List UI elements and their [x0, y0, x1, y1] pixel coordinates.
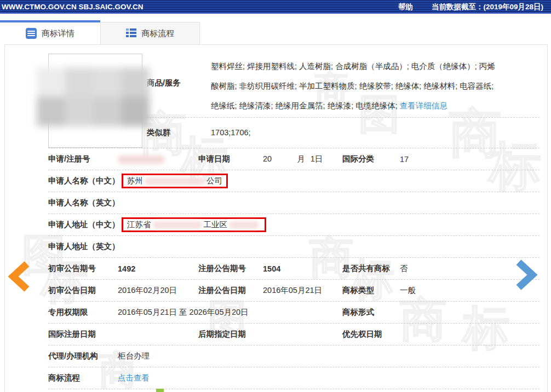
goods-services-row: 商品/服务 塑料焊丝; 焊接用塑料线; 人造树脂; 合成树脂（半成品）; 电介质…: [147, 54, 539, 117]
registration-number-value: [118, 154, 198, 164]
field-label: 申请/注册号: [48, 154, 118, 164]
blob-cell: [93, 97, 122, 126]
highlight-red-box: 江苏省工业区: [122, 217, 266, 232]
blob-cell: [65, 67, 94, 97]
apply-date-value: 20月1日: [263, 154, 342, 164]
field-row-applicant-addr-en: 申请人地址（英文）: [48, 236, 539, 258]
click-to-view-link[interactable]: 点击查看: [118, 373, 150, 382]
field-label: 是否共有商标: [342, 263, 400, 274]
field-label: 初审公告日期: [48, 285, 118, 296]
blob-cell: [122, 67, 150, 97]
blob-cell: [93, 67, 122, 97]
field-label: 国际注册日期: [48, 329, 118, 339]
cropped-artifact: [156, 389, 164, 392]
tab-trademark-details[interactable]: 商标详情: [0, 20, 100, 44]
goods-services-value: 塑料焊丝; 焊接用塑料线; 人造树脂; 合成树脂（半成品）; 电介质（绝缘体）;…: [211, 62, 495, 110]
agency-value: 柜台办理: [118, 351, 539, 361]
data-cutoff: 当前数据截至：(2019年09月28日): [432, 2, 543, 12]
field-row-applicant-name-cn: 申请人名称（中文） 苏州公司: [48, 170, 539, 192]
chevron-right-icon: [516, 260, 538, 290]
blob-cell: [37, 67, 65, 97]
blob-cell: [65, 97, 94, 126]
similar-group-value: 1703;1706;: [211, 128, 251, 137]
similar-group-row: 类似群 1703;1706;: [147, 117, 539, 147]
field-label: 代理/办理机构: [48, 351, 118, 361]
first-notice-no-value: 1492: [118, 264, 198, 273]
tab-label: 商标详情: [42, 28, 74, 39]
next-page-arrow[interactable]: [516, 260, 538, 292]
tab-trademark-process[interactable]: 商标流程: [100, 22, 200, 44]
help-link[interactable]: 帮助: [398, 2, 413, 12]
redacted-value: [153, 221, 202, 229]
field-row-intl-dates: 国际注册日期 后期指定日期 优先权日期: [48, 324, 539, 345]
exclusive-period-value: 2016年05月21日 至 2026年05月20日: [118, 307, 342, 318]
site-title: WWW.CTMO.GOV.CN SBJ.SAIC.GOV.CN: [2, 3, 144, 11]
field-label: 初审公告期号: [48, 263, 118, 274]
redacted-value: [229, 221, 259, 229]
field-label: 后期指定日期: [198, 329, 263, 339]
field-label: 申请人名称（英文）: [48, 198, 118, 208]
field-row-mark-process: 商标流程 点击查看: [48, 367, 539, 389]
field-row-notice-numbers: 初审公告期号 1492 注册公告期号 1504 是否共有商标 否: [48, 258, 539, 280]
field-row-exclusive-period: 专用权期限 2016年05月21日 至 2026年05月20日 商标形式: [48, 302, 539, 324]
intl-class-value: 17: [400, 155, 539, 164]
top-section: 商品/服务 塑料焊丝; 焊接用塑料线; 人造树脂; 合成树脂（半成品）; 电介质…: [5, 45, 547, 148]
field-label: 注册公告期号: [198, 263, 263, 274]
field-label: 类似群: [147, 128, 211, 138]
field-label: 专用权期限: [48, 307, 118, 318]
first-notice-date-value: 2016年02月20日: [118, 285, 198, 296]
trademark-image: [48, 54, 142, 148]
top-header-bar: WWW.CTMO.GOV.CN SBJ.SAIC.GOV.CN 帮助 当前数据截…: [0, 0, 551, 14]
goods-services-text: 塑料焊丝; 焊接用塑料线; 人造树脂; 合成树脂（半成品）; 电介质（绝缘体）;…: [211, 54, 498, 117]
field-label: 申请人地址（中文）: [48, 220, 118, 230]
highlight-red-box: 苏州公司: [122, 174, 228, 188]
redacted-value: [145, 177, 205, 185]
field-label: 商标类型: [342, 285, 400, 296]
field-label: 申请人地址（英文）: [48, 241, 118, 252]
prev-page-arrow[interactable]: [8, 261, 30, 293]
field-row-applicant-addr-cn: 申请人地址（中文） 江苏省工业区: [48, 214, 539, 236]
field-label: 注册公告日期: [198, 285, 263, 296]
tab-bar: 商标详情 商标流程: [0, 20, 551, 44]
field-row-notice-dates: 初审公告日期 2016年02月20日 注册公告日期 2016年05月21日 商标…: [48, 280, 539, 302]
applicant-addr-cn-value: 江苏省工业区: [118, 217, 539, 232]
field-label: 商品/服务: [147, 54, 211, 117]
goods-services-section: 商品/服务 塑料焊丝; 焊接用塑料线; 人造树脂; 合成树脂（半成品）; 电介质…: [147, 54, 539, 148]
field-label: 优先权日期: [342, 329, 400, 339]
list-icon: [126, 28, 137, 38]
blob-cell: [37, 97, 65, 126]
field-label: 商标流程: [48, 373, 118, 383]
field-row-agency: 代理/办理机构 柜台办理: [48, 345, 539, 367]
field-label: 国际分类: [342, 154, 400, 164]
field-row-registration: 申请/注册号 申请日期 20月1日 国际分类 17: [48, 148, 539, 170]
blob-cell: [122, 97, 150, 126]
reg-notice-no-value: 1504: [263, 264, 342, 273]
redacted-trademark-blob: [37, 67, 150, 126]
details-panel: 商标商图商标图标商标图商标商 商品/服务 塑料焊丝; 焊接用塑料线; 人造树脂;…: [4, 44, 548, 392]
document-lines-icon: [26, 28, 37, 39]
field-label: 申请人名称（中文）: [48, 176, 118, 186]
mark-process-value: 点击查看: [118, 373, 539, 383]
tab-label: 商标流程: [142, 28, 175, 39]
view-details-link[interactable]: 查看详细信息: [400, 101, 447, 110]
field-row-applicant-name-en: 申请人名称（英文）: [48, 192, 539, 214]
applicant-name-cn-value: 苏州公司: [118, 174, 539, 188]
field-label: 申请日期: [198, 154, 263, 164]
chevron-left-icon: [8, 261, 30, 292]
redacted-value: [118, 155, 165, 164]
topbar-right: 帮助 当前数据截至：(2019年09月28日): [398, 2, 543, 12]
reg-notice-date-value: 2016年05月21日: [263, 285, 342, 296]
field-label: 商标形式: [342, 307, 400, 318]
